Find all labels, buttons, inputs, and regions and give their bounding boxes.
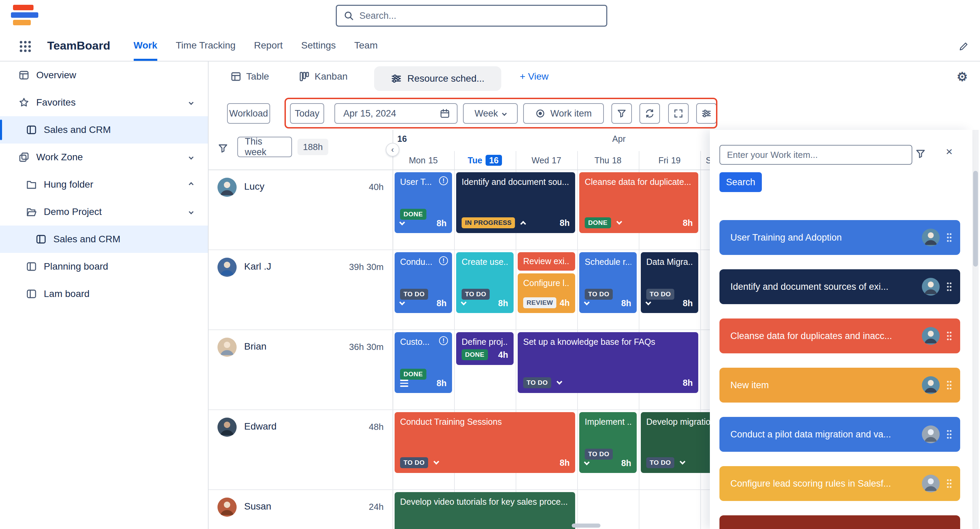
schedule-card[interactable]: Condu... ! TO DO 8h bbox=[395, 252, 452, 313]
status-badge[interactable]: TO DO bbox=[646, 457, 674, 468]
view-tab-resource-scheduling[interactable]: Resource sched... bbox=[374, 66, 501, 91]
status-badge[interactable]: REVIEW bbox=[523, 297, 556, 308]
drag-handle-icon[interactable] bbox=[947, 479, 952, 488]
resource-name[interactable]: Karl .J bbox=[244, 261, 271, 272]
horizontal-scrollbar[interactable] bbox=[572, 524, 600, 527]
chevron-down-icon[interactable] bbox=[399, 219, 405, 225]
work-item-card[interactable]: Identify and document sources of exi... bbox=[719, 269, 960, 304]
schedule-card[interactable]: Custo... ! DONE 8h bbox=[395, 332, 452, 393]
chevron-down-icon[interactable] bbox=[433, 459, 439, 465]
work-item-search-input[interactable] bbox=[727, 150, 905, 160]
chevron-down-icon[interactable] bbox=[584, 459, 590, 465]
chevron-down-icon[interactable] bbox=[461, 299, 467, 305]
display-settings-button[interactable] bbox=[696, 103, 717, 124]
chevron-down-icon[interactable] bbox=[584, 299, 590, 305]
drag-handle-icon[interactable] bbox=[947, 282, 952, 291]
work-item-card[interactable]: Conduct a pilot data migration and va... bbox=[719, 417, 960, 452]
schedule-card[interactable]: Set up a knowledge base for FAQs TO DO8h bbox=[518, 332, 698, 393]
schedule-card[interactable]: Develop video tutorials for key sales pr… bbox=[395, 492, 575, 529]
app-switcher-icon[interactable] bbox=[19, 40, 32, 53]
drag-handle-icon[interactable] bbox=[947, 430, 952, 439]
resource-name[interactable]: Edward bbox=[244, 421, 277, 432]
schedule-card[interactable]: Conduct Training Sessions TO DO8h bbox=[395, 412, 575, 473]
view-tab-table[interactable]: Table bbox=[231, 71, 269, 82]
add-view-button[interactable]: + View bbox=[520, 71, 549, 82]
filter-icon[interactable] bbox=[218, 143, 228, 154]
edit-icon[interactable] bbox=[958, 41, 969, 52]
schedule-card[interactable]: Define proj... DONE4h bbox=[456, 332, 514, 365]
work-item-card[interactable]: User Training and Adoption bbox=[719, 220, 960, 255]
resource-name[interactable]: Lucy bbox=[244, 181, 264, 192]
teamboard-logo-icon[interactable] bbox=[11, 5, 40, 27]
nav-tab-time-tracking[interactable]: Time Tracking bbox=[176, 32, 235, 61]
chevron-down-icon[interactable] bbox=[189, 210, 194, 214]
work-item-card[interactable] bbox=[719, 515, 960, 529]
work-item-button[interactable]: Work item bbox=[523, 103, 604, 124]
nav-tab-report[interactable]: Report bbox=[254, 32, 283, 61]
schedule-card[interactable]: Cleanse data for duplicate... DONE8h bbox=[579, 172, 698, 233]
filter-button[interactable] bbox=[611, 103, 632, 124]
sidebar-item-sales-and-crm-nested[interactable]: Sales and CRM bbox=[0, 226, 208, 253]
work-item-card[interactable]: New item bbox=[719, 368, 960, 403]
avatar bbox=[922, 376, 940, 394]
nav-tab-work[interactable]: Work bbox=[134, 32, 158, 61]
collapse-panel-button[interactable]: ‹ bbox=[386, 143, 399, 157]
status-badge[interactable]: IN PROGRESS bbox=[461, 217, 515, 228]
nav-tab-team[interactable]: Team bbox=[354, 32, 377, 61]
chevron-down-icon[interactable] bbox=[646, 299, 651, 305]
schedule-card[interactable]: User T... ! DONE 8h bbox=[395, 172, 452, 233]
chevron-down-icon[interactable] bbox=[679, 459, 685, 465]
star-icon bbox=[19, 97, 29, 108]
search-input[interactable] bbox=[360, 11, 600, 21]
chevron-down-icon[interactable] bbox=[616, 219, 622, 225]
vertical-scrollbar[interactable] bbox=[973, 171, 978, 267]
status-badge[interactable]: DONE bbox=[585, 217, 611, 228]
view-settings-button[interactable]: ⚙ bbox=[957, 70, 968, 84]
chevron-up-icon[interactable] bbox=[520, 221, 526, 227]
schedule-card[interactable]: Data Migra... TO DO 8h bbox=[641, 252, 698, 313]
schedule-card[interactable]: Identify and document sou... IN PROGRESS… bbox=[456, 172, 575, 233]
menu-icon[interactable] bbox=[400, 380, 408, 387]
chevron-down-icon[interactable] bbox=[556, 379, 562, 385]
sidebar-item-lam-board[interactable]: Lam board bbox=[0, 280, 208, 308]
workload-button[interactable]: Workload bbox=[227, 103, 270, 124]
schedule-card[interactable]: Schedule r... TO DO 8h bbox=[579, 252, 637, 313]
work-item-card[interactable]: Cleanse data for duplicates and inacc... bbox=[719, 318, 960, 353]
work-item-card[interactable]: Configure lead scoring rules in Salesf..… bbox=[719, 466, 960, 501]
sidebar-group-favorites[interactable]: Favorites bbox=[0, 89, 208, 116]
close-icon[interactable]: × bbox=[946, 146, 953, 157]
resource-name[interactable]: Brian bbox=[244, 341, 266, 352]
sidebar-item-sales-and-crm[interactable]: Sales and CRM bbox=[0, 116, 208, 143]
chevron-down-icon[interactable] bbox=[189, 155, 194, 160]
this-week-button[interactable]: This week bbox=[237, 137, 292, 157]
status-badge[interactable]: DONE bbox=[461, 349, 488, 360]
status-badge[interactable]: TO DO bbox=[400, 457, 428, 468]
drag-handle-icon[interactable] bbox=[947, 331, 952, 341]
chevron-down-icon[interactable] bbox=[189, 100, 194, 105]
view-tab-kanban[interactable]: Kanban bbox=[299, 71, 348, 82]
schedule-card[interactable]: Review exi... bbox=[518, 252, 575, 271]
chevron-up-icon[interactable] bbox=[189, 182, 194, 187]
panel-search-button[interactable]: Search bbox=[719, 172, 762, 192]
sidebar-item-overview[interactable]: Overview bbox=[0, 62, 208, 89]
chevron-down-icon[interactable] bbox=[399, 299, 405, 305]
schedule-card[interactable]: Implement ... TO DO 8h bbox=[579, 412, 637, 473]
sidebar-item-planning-board[interactable]: Planning board bbox=[0, 253, 208, 280]
sidebar-item-demo-project[interactable]: Demo Project bbox=[0, 198, 208, 226]
card-title: Cleanse data for duplicate... bbox=[585, 176, 693, 187]
schedule-card[interactable]: Configure l... REVIEW4h bbox=[518, 273, 575, 313]
range-select[interactable]: Week bbox=[463, 103, 518, 124]
schedule-card[interactable]: Create use... TO DO 8h bbox=[456, 252, 514, 313]
date-picker[interactable]: Apr 15, 2024 bbox=[334, 103, 458, 124]
sidebar-item-hung-folder[interactable]: Hung folder bbox=[0, 171, 208, 198]
drag-handle-icon[interactable] bbox=[947, 233, 952, 242]
filter-icon[interactable] bbox=[915, 148, 926, 159]
resource-name[interactable]: Susan bbox=[244, 501, 271, 512]
refresh-button[interactable] bbox=[640, 103, 660, 124]
fullscreen-button[interactable] bbox=[668, 103, 689, 124]
status-badge[interactable]: TO DO bbox=[523, 377, 551, 388]
drag-handle-icon[interactable] bbox=[947, 380, 952, 390]
today-button[interactable]: Today bbox=[290, 103, 324, 124]
nav-tab-settings[interactable]: Settings bbox=[301, 32, 336, 61]
sidebar-group-work-zone[interactable]: Work Zone bbox=[0, 143, 208, 171]
